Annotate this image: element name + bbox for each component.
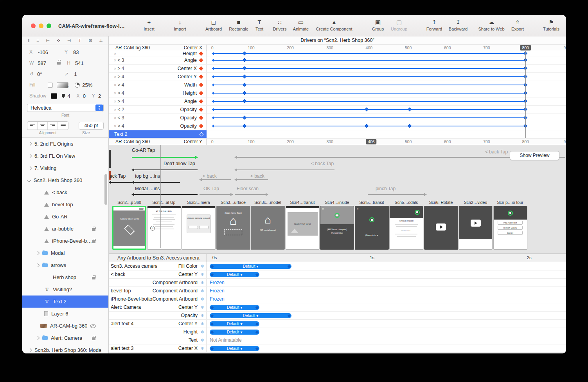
y-field[interactable]: 83 [73, 49, 79, 55]
artboard[interactable]: Scn5…odals Artifact modal INTRO TEXT [389, 200, 423, 250]
remove-driver-icon[interactable]: × [114, 107, 116, 112]
layer-item-screen[interactable]: Scn2b. Herb Shop 360: Moda [22, 344, 108, 353]
keyframe-diamond[interactable] [243, 58, 246, 62]
aspect-lock-icon[interactable] [57, 62, 61, 65]
driver-row[interactable]: ×> 4Center Y [109, 73, 566, 81]
easing-curve-pill[interactable]: Default ▾ [210, 305, 259, 310]
layer-item[interactable]: Go-AR [22, 211, 108, 223]
transition-label[interactable]: top bg …ins [135, 173, 160, 179]
align-left-icon[interactable]: ⊢ [46, 38, 50, 43]
frozen-state[interactable]: Frozen [210, 295, 224, 303]
fill-swatch[interactable] [57, 82, 68, 88]
layer-item[interactable]: 5. 2nd FL Origins [22, 138, 108, 150]
toolbar-share-to-web-button[interactable]: ☁Share to Web [478, 18, 504, 31]
fill-opacity-field[interactable]: 25% [82, 82, 92, 88]
chevron-right-icon[interactable] [28, 348, 32, 352]
driver-track[interactable] [207, 106, 566, 114]
layer-item[interactable]: Herb shop [22, 271, 108, 283]
font-family-select[interactable]: Helvetica [27, 104, 104, 112]
artboard-thumbnail[interactable]: (Zoom in to a [355, 206, 389, 250]
transition-label[interactable]: < back Tap [485, 149, 508, 155]
keyframe-diamond[interactable] [523, 107, 527, 111]
toolbar-create-component-button[interactable]: ▲Create Component [316, 18, 352, 31]
align-top-icon[interactable]: ⊤ [78, 38, 82, 43]
align-text-justify-button[interactable] [58, 122, 68, 130]
shadow-blur-field[interactable]: 4 [67, 93, 70, 99]
align-bottom-icon[interactable]: ⊥ [99, 38, 103, 43]
keyframe-diamond[interactable] [523, 58, 527, 62]
artboard-thumbnail[interactable]: Access camera request [182, 206, 216, 250]
freeze-icon[interactable]: ❄ [199, 321, 205, 326]
selected-layer-row[interactable]: Text 2 [109, 130, 566, 138]
x-field[interactable]: -106 [38, 49, 54, 55]
driver-row[interactable]: ×> 4Width [109, 81, 566, 89]
layer-item[interactable]: AR-CAM-bg 360 [22, 320, 108, 332]
driver-track[interactable] [207, 89, 566, 97]
layer-item[interactable]: iPhone-Bevel-b… [22, 235, 108, 247]
toolbar-forward-button[interactable]: ↥Forward [426, 18, 442, 31]
toolbar-rectangle-button[interactable]: ■Rectangle [229, 18, 248, 31]
chevron-down-icon[interactable] [27, 178, 31, 182]
artboard-thumbnail[interactable]: Play Audio Tour Refresh Gallery Cancel [493, 206, 527, 250]
artboard[interactable]: Scn5…transit (Zoom in to a [355, 200, 389, 250]
keyframe-diamond[interactable] [523, 115, 527, 119]
frozen-state[interactable]: Frozen [210, 287, 224, 295]
driver-row[interactable]: ×> 4Center X [109, 65, 566, 73]
toolbar-group-button[interactable]: ▣Group [372, 18, 384, 31]
chevron-right-icon[interactable] [36, 263, 40, 267]
animation-row[interactable]: Opacity❄ Default ▾ [109, 312, 566, 320]
artboard[interactable]: Scn2…video [459, 200, 493, 250]
remove-driver-icon[interactable]: × [114, 51, 116, 56]
artboard[interactable]: Scn2…p 360 (Gallery street view) [112, 200, 146, 250]
transition-label[interactable]: OK Tap [203, 186, 219, 191]
keyframe-diamond[interactable] [523, 66, 527, 70]
driver-track[interactable] [207, 73, 566, 81]
transition-label[interactable]: < back [203, 173, 217, 179]
artboard-thumbnail[interactable]: (Gallery AR view) [286, 206, 320, 250]
keyframe-diamond[interactable] [523, 91, 527, 95]
toolbar-tutorials-button[interactable]: ⚑Tutorials [543, 18, 559, 31]
driver-row[interactable]: ×> 4Opacity [109, 122, 566, 130]
artboard[interactable]: Scn4…transit (Gallery AR view) [286, 200, 320, 250]
animation-row[interactable]: Scn3. Access cameraFill Color❄ Default ▾ [109, 262, 566, 270]
animation-row[interactable]: Height❄ Default ▾ [109, 328, 566, 336]
driver-track[interactable] [207, 56, 566, 64]
driver-track[interactable] [207, 81, 566, 89]
chevron-right-icon[interactable] [36, 251, 40, 255]
animation-row[interactable]: alert text 3Center X❄ Default ▾ [109, 344, 566, 353]
toolbar-insert-button[interactable]: +Insert [144, 18, 155, 31]
animation-row[interactable]: alert text 4Center Y❄ Default ▾ [109, 320, 566, 328]
toolbar-artboard-button[interactable]: ◻Artboard [205, 18, 222, 31]
keyframe-diamond[interactable] [243, 66, 246, 70]
layer-item-selected[interactable]: TText 2 [22, 296, 108, 308]
layer-item[interactable]: bevel-top [22, 198, 108, 211]
flow-canvas[interactable]: Go-AR Tap < back Tap Show Preview Don't … [109, 145, 566, 254]
layer-item[interactable]: ar-bubble [22, 223, 108, 235]
remove-driver-icon[interactable]: × [114, 58, 116, 63]
layer-item-group[interactable]: Modal [22, 247, 108, 259]
align-right-icon[interactable]: ⊣ [67, 38, 71, 43]
keyframe-diamond[interactable] [408, 107, 412, 111]
playhead-value-badge[interactable]: 406 [366, 139, 377, 144]
remove-driver-icon[interactable]: × [114, 115, 116, 120]
driver-track[interactable] [207, 97, 566, 105]
keyframe-diamond[interactable] [408, 124, 412, 128]
toolbar-backward-button[interactable]: ↧Backward [449, 18, 468, 31]
easing-curve-pill[interactable]: Default ▾ [210, 330, 259, 335]
artboard[interactable]: Scn4…inside (AR Visual Hotspots) (Respon… [320, 200, 354, 250]
artboard-thumbnail-selected[interactable]: (Gallery street view) [112, 206, 146, 250]
keyframe-diamond[interactable] [523, 99, 527, 103]
remove-driver-icon[interactable]: × [114, 91, 116, 96]
layer-item[interactable]: Layer 6 [22, 308, 108, 320]
artboard[interactable]: Scn3…urface (Scan home floor) [216, 200, 250, 250]
artboard-thumbnail[interactable] [424, 206, 458, 250]
animation-row[interactable]: Component Artboard❄ Frozen [109, 279, 566, 287]
opacity-dial-icon[interactable] [75, 83, 80, 88]
remove-driver-icon[interactable]: × [114, 124, 116, 128]
toolbar-ungroup-button[interactable]: ▢Ungroup [391, 18, 407, 31]
layer-item[interactable]: 7. Visiting [22, 162, 108, 174]
distribute-horizontal-icon[interactable]: ‖ [28, 38, 30, 43]
keyframe-diamond[interactable] [523, 51, 527, 55]
width-field[interactable]: 587 [38, 60, 52, 66]
driver-row[interactable]: ×< 3Opacity [109, 114, 566, 122]
